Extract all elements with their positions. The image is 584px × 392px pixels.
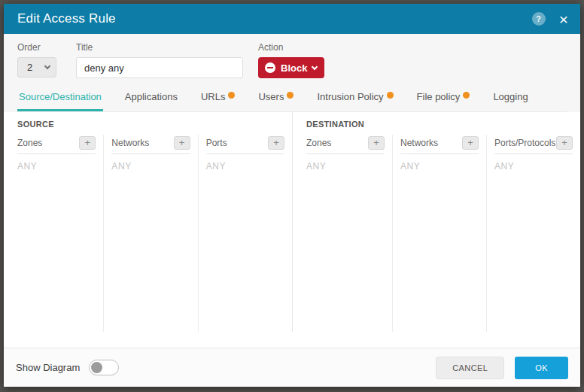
column-label: Networks — [111, 138, 149, 148]
column-value: ANY — [306, 154, 385, 172]
help-icon[interactable]: ? — [532, 12, 546, 26]
destination-zones-column: Zones + ANY — [293, 135, 392, 332]
chevron-down-icon — [44, 63, 50, 69]
order-select[interactable]: 2 — [17, 57, 56, 77]
column-label: Zones — [306, 138, 331, 148]
column-value: ANY — [400, 154, 479, 172]
warning-badge-icon — [287, 92, 294, 99]
chevron-down-icon — [312, 63, 318, 69]
block-icon — [265, 62, 275, 73]
order-field: Order 2 — [17, 42, 56, 77]
warning-badge-icon — [387, 92, 394, 99]
destination-networks-column: Networks + ANY — [392, 135, 486, 332]
show-diagram-toggle[interactable] — [89, 360, 119, 375]
title-input[interactable] — [76, 57, 243, 78]
add-source-networks-button[interactable]: + — [174, 136, 190, 150]
destination-heading: DESTINATION — [293, 118, 580, 135]
add-source-ports-button[interactable]: + — [268, 136, 284, 150]
column-value: ANY — [17, 154, 96, 172]
source-networks-column: Networks + ANY — [103, 135, 197, 332]
source-heading: SOURCE — [4, 118, 292, 135]
dialog-footer: Show Diagram CANCEL OK — [4, 348, 580, 387]
add-destination-ports-protocols-button[interactable]: + — [556, 136, 573, 150]
add-source-zones-button[interactable]: + — [79, 136, 96, 150]
tab-urls[interactable]: URLs — [199, 88, 237, 111]
dialog-header: Edit Access Rule ? × — [4, 4, 580, 34]
column-label: Networks — [400, 138, 438, 148]
title-field: Title — [76, 42, 243, 78]
warning-badge-icon — [228, 92, 235, 99]
column-value: ANY — [206, 154, 284, 172]
action-block-button[interactable]: Block — [258, 57, 324, 78]
rule-tabs: Source/Destination Applications URLs Use… — [17, 88, 567, 112]
destination-section: DESTINATION Zones + ANY Networks + ANY — [292, 112, 580, 332]
column-label: Zones — [17, 138, 42, 148]
title-label: Title — [76, 42, 243, 53]
add-destination-networks-button[interactable]: + — [462, 136, 479, 150]
column-label: Ports — [206, 138, 227, 148]
column-value: ANY — [111, 154, 190, 172]
edit-access-rule-dialog: Edit Access Rule ? × Order 2 Title Actio… — [4, 4, 580, 387]
dialog-title: Edit Access Rule — [17, 11, 116, 26]
source-zones-column: Zones + ANY — [4, 135, 103, 332]
destination-ports-protocols-column: Ports/Protocols + ANY — [486, 135, 580, 332]
column-value: ANY — [494, 154, 573, 172]
source-ports-column: Ports + ANY — [198, 135, 292, 332]
cancel-button[interactable]: CANCEL — [436, 357, 504, 379]
show-diagram-label: Show Diagram — [16, 362, 80, 373]
add-destination-zones-button[interactable]: + — [368, 136, 385, 150]
tab-applications[interactable]: Applications — [123, 88, 179, 111]
order-label: Order — [17, 42, 56, 53]
rule-form-area: Order 2 Title Action Block — [4, 34, 580, 112]
source-destination-panel: SOURCE Zones + ANY Networks + ANY — [4, 112, 580, 348]
warning-badge-icon — [463, 92, 470, 99]
tab-source-destination[interactable]: Source/Destination — [17, 88, 103, 111]
tab-file-policy[interactable]: File policy — [415, 88, 472, 111]
close-icon[interactable]: × — [559, 11, 568, 27]
column-label: Ports/Protocols — [494, 138, 555, 148]
action-field: Action Block — [258, 42, 324, 78]
source-section: SOURCE Zones + ANY Networks + ANY — [4, 112, 292, 332]
ok-button[interactable]: OK — [515, 357, 568, 379]
tab-logging[interactable]: Logging — [491, 88, 529, 111]
tab-intrusion-policy[interactable]: Intrusion Policy — [315, 88, 394, 111]
action-label: Action — [258, 42, 324, 53]
order-value: 2 — [27, 62, 32, 73]
tab-users[interactable]: Users — [257, 88, 295, 111]
action-value: Block — [281, 62, 307, 74]
toggle-knob — [91, 362, 102, 373]
